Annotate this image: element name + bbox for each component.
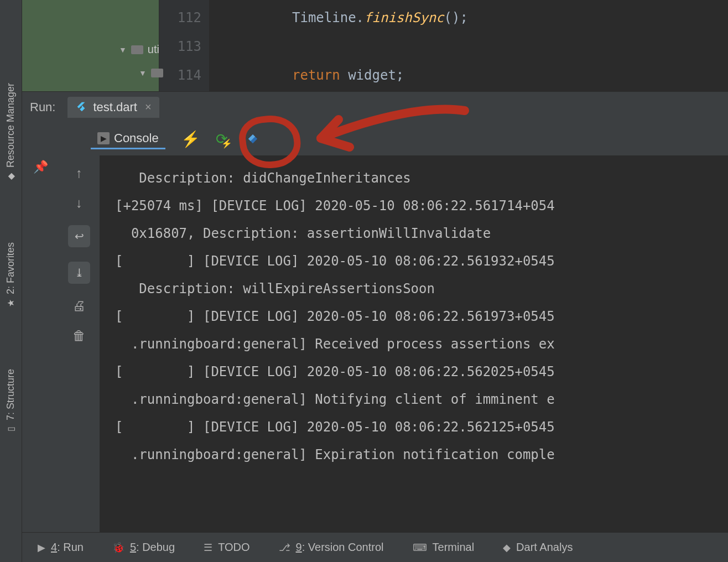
pin-icon[interactable]: 📌 — [33, 160, 48, 174]
project-pane[interactable]: ▼ uti ▼ — [22, 0, 159, 91]
tool-resource-label: Resource Manager — [5, 83, 17, 168]
line-number: 113 — [159, 32, 201, 61]
bolt-icon: ⚡ — [221, 138, 232, 149]
console-line: [ ] [DEVICE LOG] 2020-05-10 08:06:22.561… — [115, 309, 555, 324]
folder-icon — [151, 69, 163, 77]
code-ident: Timeline — [292, 10, 356, 25]
bottom-terminal-label: Terminal — [433, 541, 475, 554]
bottom-todo-label: TODO — [218, 541, 249, 554]
folder-icon — [131, 45, 143, 54]
console-line: Description: willExpireAssertionsSoon — [115, 281, 435, 296]
bottom-terminal[interactable]: ⌨ Terminal — [413, 541, 475, 554]
code-editor[interactable]: 112 113 114 Timeline.finishSync(); retur… — [159, 0, 728, 91]
code-ident: widget; — [340, 67, 404, 83]
tree-item-uti[interactable]: uti — [148, 43, 159, 56]
code-punc: . — [356, 10, 364, 25]
list-icon: ☰ — [204, 542, 212, 554]
bottom-vcs[interactable]: ⎇ 9: Version Control 9: Version Control — [279, 541, 384, 554]
bottom-dart-analysis[interactable]: ◆ Dart Analys — [503, 541, 573, 554]
run-tab-label: test.dart — [93, 100, 137, 115]
clear-button[interactable]: 🗑 — [72, 328, 86, 344]
play-icon: ▶ — [97, 132, 110, 144]
console-line: [ ] [DEVICE LOG] 2020-05-10 08:06:22.562… — [115, 364, 555, 379]
code-call: finishSync — [364, 10, 444, 25]
line-number: 112 — [159, 3, 201, 32]
tool-structure-label: 7: Structure — [5, 369, 17, 420]
code-punc: (); — [444, 10, 468, 25]
console-line: [+25074 ms] [DEVICE LOG] 2020-05-10 08:0… — [115, 198, 555, 214]
bottom-debug[interactable]: 🐞 5: Debug 5: Debug — [112, 541, 175, 554]
editor-code[interactable]: Timeline.finishSync(); return widget; — [209, 0, 728, 91]
console-output[interactable]: Description: didChangeInheritances [+250… — [100, 155, 728, 532]
code-keyword: return — [292, 67, 340, 83]
tool-resource-manager[interactable]: ◆ Resource Manager — [5, 83, 17, 181]
console-line: [ ] [DEVICE LOG] 2020-05-10 08:06:22.561… — [115, 253, 555, 269]
console-toolbar: ↑ ↓ ↩ ⤓ 🖨 🗑 — [59, 155, 100, 532]
tool-structure[interactable]: ▯ 7: Structure — [5, 369, 17, 434]
scroll-down-button[interactable]: ↓ — [76, 195, 82, 211]
terminal-icon: ⌨ — [413, 542, 427, 554]
tool-favorites[interactable]: ★ 2: Favorites — [5, 242, 17, 308]
star-icon: ★ — [6, 298, 16, 308]
branch-icon: ⎇ — [279, 542, 290, 554]
soft-wrap-button[interactable]: ↩ — [68, 225, 90, 247]
console-tab-label: Console — [114, 131, 159, 145]
print-button[interactable]: 🖨 — [72, 298, 86, 314]
line-number: 114 — [159, 61, 201, 90]
close-icon[interactable]: × — [145, 101, 152, 113]
open-devtools-button[interactable] — [243, 129, 262, 148]
flutter-icon — [75, 101, 87, 113]
play-icon: ▶ — [38, 542, 45, 554]
console-line: .runningboard:general] Notifying client … — [115, 392, 555, 407]
console-line: 0x16807, Description: assertionWillInval… — [115, 226, 491, 241]
console-line: .runningboard:general] Received process … — [115, 336, 555, 352]
bug-icon: 🐞 — [112, 542, 124, 554]
diamond-icon: ◆ — [6, 171, 16, 181]
dart-icon: ◆ — [503, 542, 511, 554]
editor-gutter: 112 113 114 — [159, 0, 209, 91]
tool-favorites-label: 2: Favorites — [5, 242, 17, 294]
console-line: [ ] [DEVICE LOG] 2020-05-10 08:06:22.562… — [115, 419, 555, 435]
hot-reload-button[interactable]: ⚡ — [181, 130, 200, 148]
run-tab[interactable]: test.dart × — [67, 97, 159, 118]
console-line: .runningboard:general] Expiration notifi… — [115, 447, 555, 462]
chevron-down-icon[interactable]: ▼ — [119, 45, 127, 54]
chevron-down-icon[interactable]: ▼ — [139, 69, 147, 77]
console-line: Description: didChangeInheritances — [115, 170, 411, 186]
run-label: Run: — [30, 100, 55, 115]
bottom-run[interactable]: ▶ 44: Run: Run — [38, 541, 84, 554]
scroll-to-end-button[interactable]: ⤓ — [68, 262, 90, 284]
hot-restart-button[interactable]: ⟳ ⚡ — [216, 131, 228, 148]
bottom-dart-label: Dart Analys — [516, 541, 573, 554]
structure-icon: ▯ — [6, 424, 16, 434]
console-tab[interactable]: ▶ Console — [91, 129, 165, 149]
scroll-up-button[interactable]: ↑ — [76, 165, 82, 181]
bottom-todo[interactable]: ☰ TODO — [204, 541, 249, 554]
